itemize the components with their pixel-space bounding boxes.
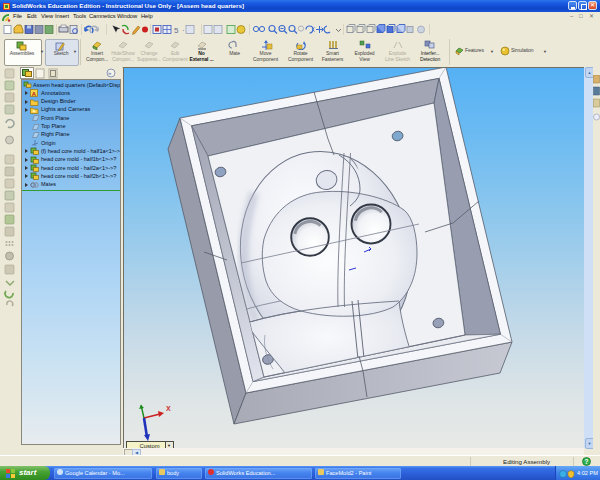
svg-text:?: ?	[585, 458, 589, 465]
svg-text:·: ·	[182, 26, 185, 35]
svg-text:5: 5	[174, 26, 179, 35]
svg-text:X: X	[166, 405, 171, 412]
svg-text:A: A	[32, 91, 37, 97]
